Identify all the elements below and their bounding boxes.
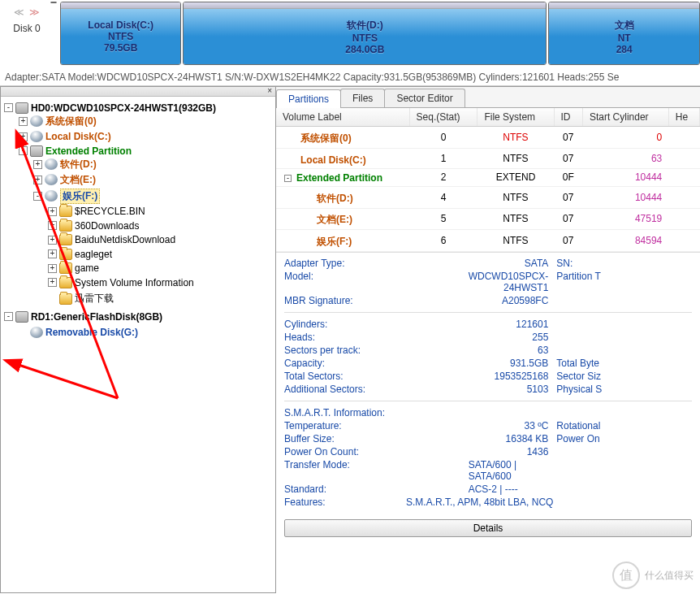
tree-node-rd1[interactable]: - RD1:GenericFlashDisk(8GB) [4,311,162,323]
col-id[interactable]: ID [554,108,582,127]
tab-files[interactable]: Files [340,89,385,107]
watermark-text: 什么值得买 [645,569,694,583]
table-row[interactable]: Local Disk(C:)1NTFS0763 [276,148,700,168]
collapse-icon[interactable]: - [4,312,13,321]
tree-folder[interactable]: 迅雷下载 [48,292,114,306]
folder-icon [59,249,72,260]
disk-properties: Adapter Type:SATASN: Model:WDCWD10SPCX-2… [276,252,700,513]
expand-icon[interactable]: + [19,117,28,126]
tree-panel-header: × [1,87,275,97]
expand-icon[interactable]: + [33,160,42,169]
partition-block-c[interactable]: Local Disk(C:) NTFS 79.5GB [60,2,181,65]
tree-node-d[interactable]: +软件(D:) [33,158,97,171]
hdd-icon [15,311,28,323]
partition-icon [45,190,58,202]
detail-panel: Partitions Files Sector Editor Volume La… [276,86,700,593]
table-row[interactable]: 娱乐(F:)6NTFS0784594 [276,230,700,252]
disk-tree: - HD0:WDCWD10SPCX-24HWST1(932GB) +系统保留(0… [1,97,275,343]
expand-icon[interactable]: + [48,264,57,273]
collapse-icon[interactable]: - [19,146,28,155]
nav-back-icon[interactable]: ≪ [14,7,24,18]
expand-icon[interactable]: + [48,236,57,245]
collapse-icon[interactable]: - [284,175,292,182]
watermark-icon: 值 [612,561,640,589]
table-row[interactable]: -Extended Partition2EXTEND0F10444 [276,168,700,187]
partition-icon [45,174,58,185]
table-row[interactable]: 文档(E:)5NTFS0747519 [276,208,700,230]
col-fs[interactable]: File System [477,108,554,127]
close-icon[interactable]: × [267,86,272,95]
disk-info-line: Adapter:SATA Model:WDCWD10SPCX-24HWST1 S… [0,69,700,86]
tree-node-f[interactable]: -娱乐(F:) [33,189,100,204]
details-button[interactable]: Details [284,519,692,537]
nav-arrows: ≪ ≫ Disk 0 [6,2,47,34]
tree-node-removable[interactable]: Removable Disk(G:) [19,327,138,338]
folder-icon [59,277,72,288]
folder-icon [59,262,72,274]
tree-node-extended[interactable]: -Extended Partition [19,145,132,157]
col-seq[interactable]: Seq.(Stat) [409,108,477,127]
expand-icon[interactable]: + [48,221,57,230]
tab-partitions[interactable]: Partitions [276,89,341,108]
partition-block-e[interactable]: 文档 NT 284 [548,2,700,65]
expand-icon[interactable]: + [48,278,57,287]
tree-folder[interactable]: +360Downloads [48,220,139,232]
tree-folder[interactable]: +System Volume Information [48,277,194,288]
tree-node-e[interactable]: +文档(E:) [33,173,96,187]
collapse-icon[interactable]: - [4,103,13,112]
tab-sector-editor[interactable]: Sector Editor [384,89,465,107]
folder-icon [59,293,72,305]
partition-bar: Local Disk(C:) NTFS 79.5GB 软件(D:) NTFS 2… [60,2,700,65]
table-row[interactable]: 软件(D:)4NTFS0710444 [276,187,700,209]
tree-folder[interactable]: +BaiduNetdiskDownload [48,234,175,245]
col-he[interactable]: He [668,108,699,127]
tree-node-hd0[interactable]: - HD0:WDCWD10SPCX-24HWST1(932GB) [4,102,216,114]
partition-icon [45,158,58,170]
tree-folder[interactable]: +$RECYCLE.BIN [48,206,145,217]
hdd-icon [15,102,28,114]
folder-icon [59,220,72,232]
expand-icon[interactable]: + [48,249,57,258]
partition-strip[interactable] [50,2,57,3]
expand-icon[interactable]: + [19,132,28,141]
folder-icon [59,234,72,245]
folder-icon [59,206,72,217]
disk-selector-label: Disk 0 [13,23,40,34]
table-row[interactable]: 系统保留(0)0NTFS070 [276,127,700,149]
top-toolbar: ≪ ≫ Disk 0 Local Disk(C:) NTFS 79.5GB 软件… [0,0,700,69]
tree-panel: × - HD0:WDCWD10SPCX-24HWST1(932GB) +系统保留… [0,86,276,593]
watermark: 值 什么值得买 [612,561,694,589]
col-start[interactable]: Start Cylinder [582,108,668,127]
tree-node-sysreserved[interactable]: +系统保留(0) [19,115,97,128]
col-volume[interactable]: Volume Label [276,108,409,127]
nav-forward-icon[interactable]: ≫ [29,7,40,18]
tree-folder[interactable]: +game [48,262,99,274]
partition-icon [30,115,43,127]
partition-block-d[interactable]: 软件(D:) NTFS 284.0GB [183,2,547,65]
partition-icon [30,131,43,142]
extended-icon [30,145,43,157]
tab-bar: Partitions Files Sector Editor [276,87,700,108]
partition-icon [30,327,43,338]
partition-table: Volume Label Seq.(Stat) File System ID S… [276,108,700,252]
tree-folder[interactable]: +eagleget [48,249,112,260]
expand-icon[interactable]: + [33,176,42,184]
tree-node-localc[interactable]: +Local Disk(C:) [19,131,111,142]
expand-icon[interactable]: + [48,207,57,216]
collapse-icon[interactable]: - [33,192,42,201]
